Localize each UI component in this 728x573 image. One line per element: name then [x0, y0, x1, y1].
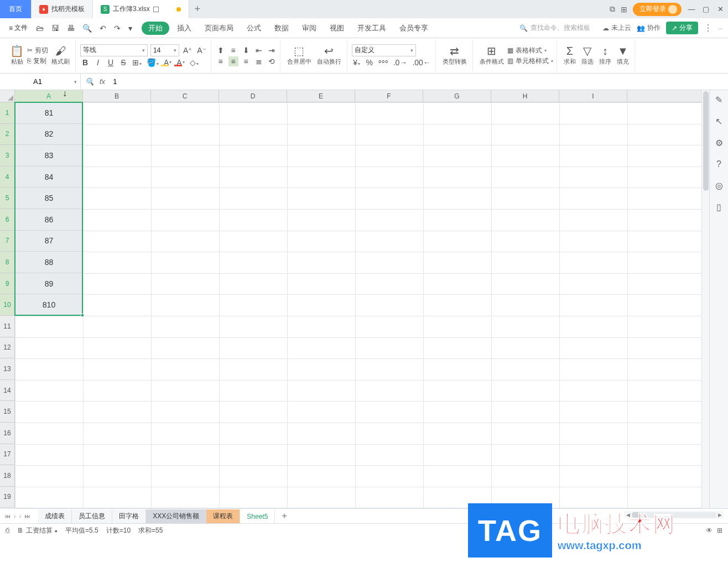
redo-icon[interactable]: ↷ [112, 23, 122, 34]
cell-A7[interactable]: 87 [15, 231, 83, 252]
auto-wrap-button[interactable]: ↩自动换行 [315, 45, 344, 66]
clear-format-icon[interactable]: ◇▾ [189, 58, 200, 67]
menu-tab-member[interactable]: 会员专享 [394, 21, 434, 35]
type-convert-button[interactable]: ⇄类型转换 [440, 45, 469, 66]
more-icon[interactable]: ⋮ [704, 23, 713, 33]
row-header-19[interactable]: 19 [0, 487, 14, 508]
orientation-icon[interactable]: ⟲ [267, 56, 277, 66]
cells-area[interactable]: 818283848586878889810 [15, 102, 701, 508]
italic-icon[interactable]: I [93, 58, 103, 67]
add-sheet-button[interactable]: + [276, 511, 292, 521]
name-box-input[interactable] [3, 77, 72, 86]
file-tab[interactable]: S 工作簿3.xlsx [93, 0, 189, 18]
new-tab-button[interactable]: + [189, 3, 206, 15]
row-header-9[interactable]: 9 [0, 273, 14, 295]
print-icon[interactable]: 🖶 [65, 23, 76, 34]
cell-A3[interactable]: 83 [15, 145, 83, 166]
fill-color-icon[interactable]: 🪣▾ [145, 58, 160, 67]
col-header-H[interactable]: H [491, 90, 559, 102]
cell-A10[interactable]: 810 [15, 294, 83, 316]
maximize-button[interactable]: ▢ [701, 5, 710, 13]
decrease-font-icon[interactable]: A⁻ [196, 45, 207, 55]
strike-icon[interactable]: S [118, 58, 128, 67]
row-header-7[interactable]: 7 [0, 231, 14, 252]
align-bottom-icon[interactable]: ⬇ [241, 45, 251, 55]
open-icon[interactable]: 🗁 [34, 23, 45, 34]
row-header-15[interactable]: 15 [0, 401, 14, 423]
cell-A1[interactable]: 81 [15, 102, 83, 124]
select-all-corner[interactable] [0, 90, 15, 102]
col-header-A[interactable]: A [15, 90, 83, 102]
menu-tab-insert[interactable]: 插入 [171, 21, 197, 35]
undo-icon[interactable]: ↶ [98, 23, 108, 34]
collapse-ribbon-icon[interactable]: ︿ [718, 24, 724, 32]
panel-settings-icon[interactable]: ⚙ [715, 138, 723, 148]
align-center-icon[interactable]: ≡ [228, 56, 238, 66]
col-header-B[interactable]: B [83, 90, 151, 102]
eye-icon[interactable]: 👁 [706, 527, 713, 534]
file-menu[interactable]: ≡ 文件 [6, 23, 31, 33]
templates-tab[interactable]: ♦ 找稻壳模板 [32, 0, 93, 18]
menu-tab-formula[interactable]: 公式 [241, 21, 267, 35]
paste-button[interactable]: 📋粘贴 [8, 45, 26, 66]
collab-button[interactable]: 👥 协作 [637, 23, 661, 33]
row-header-3[interactable]: 3 [0, 145, 14, 166]
row-header-1[interactable]: 1 [0, 102, 14, 124]
row-header-12[interactable]: 12 [0, 337, 14, 359]
share-button[interactable]: ↗ 分享 [666, 22, 698, 34]
font-name-select[interactable]: 等线▾ [80, 44, 148, 56]
formula-input[interactable] [111, 77, 724, 86]
format-painter-button[interactable]: 🖌格式刷 [49, 45, 72, 66]
close-button[interactable]: ✕ [716, 5, 725, 13]
fx-icon[interactable]: fx [100, 77, 105, 86]
row-header-6[interactable]: 6 [0, 209, 14, 231]
row-header-11[interactable]: 11 [0, 316, 14, 337]
command-search[interactable]: 🔍 查找命令、搜索模板 [519, 23, 597, 33]
percent-icon[interactable]: % [365, 58, 375, 67]
hscroll-thumb[interactable] [632, 512, 642, 518]
sheet-tab-成绩表[interactable]: 成绩表 [38, 509, 72, 523]
cell-A6[interactable]: 86 [15, 209, 83, 231]
status-mode-icon[interactable]: ⎙ [6, 527, 9, 534]
spreadsheet-grid[interactable]: ↓ ABCDEFGHI 1234567891011121314151617181… [0, 90, 701, 508]
sheet-tab-Sheet5[interactable]: Sheet5 [240, 509, 275, 523]
salary-calc[interactable]: 🗎工资结算▴ [17, 526, 58, 535]
cell-A4[interactable]: 84 [15, 166, 83, 188]
col-header-F[interactable]: F [355, 90, 423, 102]
row-header-13[interactable]: 13 [0, 358, 14, 380]
col-header-D[interactable]: D [219, 90, 287, 102]
row-header-18[interactable]: 18 [0, 465, 14, 487]
font-color-icon[interactable]: A▾ [175, 58, 185, 67]
hscroll-right-icon[interactable]: ▶ [716, 512, 724, 518]
filter-button[interactable]: ▽筛选 [579, 45, 596, 66]
highlight-icon[interactable]: A▾ [163, 58, 173, 67]
cond-format-button[interactable]: ⊞条件格式 [477, 45, 506, 66]
row-header-17[interactable]: 17 [0, 444, 14, 466]
copy-button[interactable]: ⎘复制 [27, 56, 48, 66]
thousands-icon[interactable]: ᵒᵒᵒ [377, 58, 389, 67]
cell-A8[interactable]: 88 [15, 252, 83, 273]
border-icon[interactable]: ⊞▾ [131, 58, 143, 67]
cell-style-button[interactable]: ▥单元格样式▾ [507, 56, 553, 66]
menu-tab-start[interactable]: 开始 [142, 22, 169, 35]
cut-button[interactable]: ✂剪切 [27, 46, 48, 55]
row-header-16[interactable]: 16 [0, 423, 14, 444]
dropdown-icon[interactable]: ▾ [127, 23, 134, 34]
name-box[interactable]: ▾ [0, 74, 81, 90]
row-header-10[interactable]: 10 [0, 294, 14, 316]
row-header-14[interactable]: 14 [0, 380, 14, 402]
row-header-5[interactable]: 5 [0, 187, 14, 209]
increase-font-icon[interactable]: A⁺ [182, 45, 193, 55]
panel-select-icon[interactable]: ↖ [715, 116, 722, 127]
preview-icon[interactable]: 🔍 [81, 23, 93, 34]
name-box-caret-icon[interactable]: ▾ [74, 79, 77, 85]
decimal-dec-icon[interactable]: .00← [411, 58, 431, 67]
col-header-E[interactable]: E [287, 90, 355, 102]
bold-icon[interactable]: B [80, 58, 90, 67]
indent-decrease-icon[interactable]: ⇤ [254, 45, 264, 55]
sheet-tab-XXX公司销售额[interactable]: XXX公司销售额 [146, 509, 206, 523]
sheet-tab-员工信息[interactable]: 员工信息 [72, 509, 112, 523]
decimal-inc-icon[interactable]: .0→ [392, 58, 409, 67]
sum-button[interactable]: Σ求和 [561, 45, 578, 66]
sort-button[interactable]: ↕排序 [597, 45, 613, 66]
